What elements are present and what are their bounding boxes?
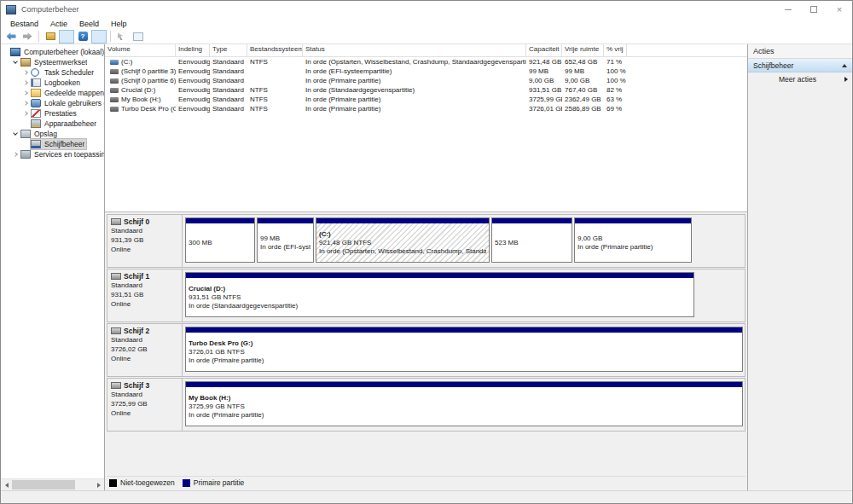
cell-type: Standaard xyxy=(210,85,247,95)
forward-button[interactable] xyxy=(20,30,35,43)
volume-row-crucial-d[interactable]: Crucial (D:)EenvoudigStandaardNTFSIn ord… xyxy=(105,85,747,95)
partition-turbo-desk-pro-g[interactable]: Turbo Desk Pro (G:)3726,01 GB NTFSIn ord… xyxy=(185,327,743,372)
scroll-left-icon[interactable] xyxy=(1,479,12,490)
collapse-chevron-icon[interactable] xyxy=(13,59,18,64)
disk-size: 931,51 GB xyxy=(111,290,180,299)
column-header-type[interactable]: Type xyxy=(210,44,247,57)
expand-chevron-icon[interactable] xyxy=(13,152,18,157)
sidebar-horizontal-scrollbar[interactable] xyxy=(1,478,104,490)
partition-523-mb[interactable]: 523 MB xyxy=(491,217,572,263)
sidebar-item-systeemwerkset[interactable]: Systeemwerkset xyxy=(1,57,104,67)
sidebar-item-task-scheduler[interactable]: Task Scheduler xyxy=(1,67,104,78)
cell-type: Standaard xyxy=(210,104,247,113)
scrollbar-thumb[interactable] xyxy=(12,480,75,490)
expand-chevron-icon[interactable] xyxy=(23,101,28,106)
column-header-indeling[interactable]: Indeling xyxy=(176,44,210,57)
expand-chevron-icon[interactable] xyxy=(23,111,28,116)
cell-vrij: 71 % xyxy=(604,57,627,67)
volume-row-schijf-0-partitie-3[interactable]: (Schijf 0 partitie 3)EenvoudigStandaardI… xyxy=(105,67,747,76)
menu-beeld[interactable]: Beeld xyxy=(73,20,105,28)
expand-chevron-icon[interactable] xyxy=(23,90,28,96)
disk-header-schijf-3[interactable]: Schijf 3Standaard3725,99 GBOnline xyxy=(107,379,183,431)
sidebar-item-schijfbeheer[interactable]: Schijfbeheer xyxy=(1,139,104,149)
cell-bestandssysteem xyxy=(247,76,303,85)
collapse-icon[interactable] xyxy=(842,64,847,67)
cell-bestandssysteem: NTFS xyxy=(247,57,303,67)
cell-indeling: Eenvoudig xyxy=(176,76,210,85)
expand-chevron-icon[interactable] xyxy=(23,70,28,75)
partition-300-mb[interactable]: 300 MB xyxy=(185,217,255,263)
main-content: Computerbeheer (lokaal)SysteemwerksetTas… xyxy=(1,44,852,490)
menu-bestand[interactable]: Bestand xyxy=(4,20,44,28)
sidebar-item-lokale-gebruikers-en-groepen[interactable]: Lokale gebruikers en groepen xyxy=(1,98,104,108)
disk-size: 3726,02 GB xyxy=(111,345,180,354)
column-header-bestandssysteem[interactable]: Bestandssysteem xyxy=(247,44,303,57)
partition-my-book-h[interactable]: My Book (H:)3725,99 GB NTFSIn orde (Prim… xyxy=(185,381,743,426)
sidebar-item-gedeelde-mappen[interactable]: Gedeelde mappen xyxy=(1,88,104,98)
volume-icon xyxy=(110,97,119,102)
column-header-status[interactable]: Status xyxy=(303,44,526,57)
column-header-vrij[interactable]: % vrij xyxy=(604,44,627,57)
actions-group-schijfbeheer[interactable]: Schijfbeheer xyxy=(748,59,852,72)
disk-row-schijf-1: Schijf 1Standaard931,51 GBOnlineCrucial … xyxy=(107,269,746,322)
properties-button[interactable] xyxy=(131,30,146,43)
cell-vrij: 63 % xyxy=(604,95,627,104)
volume-icon xyxy=(110,107,119,112)
partition-crucial-d[interactable]: Crucial (D:)931,51 GB NTFSIn orde (Stand… xyxy=(185,272,694,317)
column-header-capaciteit[interactable]: Capaciteit xyxy=(526,44,562,57)
disk-row-schijf-2: Schijf 2Standaard3726,02 GBOnlineTurbo D… xyxy=(107,323,746,377)
context-help-button[interactable] xyxy=(114,30,130,43)
volume-row-c[interactable]: (C:)EenvoudigStandaardNTFSIn orde (Opsta… xyxy=(105,57,747,67)
sidebar-item-computerbeheer-lokaal[interactable]: Computerbeheer (lokaal) xyxy=(1,47,104,57)
sidebar-item-label: Opslag xyxy=(34,130,57,138)
sidebar-item-logboeken[interactable]: Logboeken xyxy=(1,78,104,88)
meer-acties-label: Meer acties xyxy=(779,75,816,84)
sidebar-item-opslag[interactable]: Opslag xyxy=(1,129,104,139)
sidebar-item-apparaatbeheer[interactable]: Apparaatbeheer xyxy=(1,119,104,129)
meer-acties-item[interactable]: Meer acties xyxy=(748,72,852,86)
partition-99-mb[interactable]: 99 MBIn orde (EFI-systeempartitie) xyxy=(257,217,314,263)
column-header-volume[interactable]: Volume xyxy=(105,44,176,57)
collapse-chevron-icon[interactable] xyxy=(13,130,18,136)
disk-header-schijf-0[interactable]: Schijf 0Standaard931,39 GBOnline xyxy=(107,215,183,267)
volume-row-schijf-0-partitie-6[interactable]: (Schijf 0 partitie 6)EenvoudigStandaardI… xyxy=(105,76,747,85)
partition-9-00-gb[interactable]: 9,00 GBIn orde (Primaire partitie) xyxy=(574,217,692,263)
back-button[interactable] xyxy=(3,30,19,43)
legend-swatch xyxy=(183,479,190,487)
sidebar-item-label: Apparaatbeheer xyxy=(44,119,96,128)
expand-chevron-icon[interactable] xyxy=(23,80,28,85)
disk-name-label: Schijf 1 xyxy=(124,272,149,281)
cell-vrij: 69 % xyxy=(604,104,627,113)
export-button[interactable] xyxy=(43,30,58,43)
volume-row-turbo-desk-pro-g[interactable]: Turbo Desk Pro (G:)EenvoudigStandaardNTF… xyxy=(105,104,747,113)
scroll-right-icon[interactable] xyxy=(93,479,104,490)
disk-row-schijf-3: Schijf 3Standaard3725,99 GBOnlineMy Book… xyxy=(107,378,746,432)
help-button[interactable] xyxy=(75,30,90,43)
disk-header-schijf-2[interactable]: Schijf 2Standaard3726,02 GBOnline xyxy=(107,324,183,376)
column-header-vrije-ruimte[interactable]: Vrije ruimte xyxy=(562,44,604,57)
menu-help[interactable]: Help xyxy=(105,20,133,28)
volume-row-my-book-h[interactable]: My Book (H:)EenvoudigStandaardNTFSIn ord… xyxy=(105,95,747,104)
partition-line: In orde (Primaire partitie) xyxy=(577,243,688,252)
volume-name: Turbo Desk Pro (G:) xyxy=(121,104,176,113)
cell-vrije-ruimte: 2362,49 GB xyxy=(562,95,604,104)
sidebar-item-services-en-toepassingen[interactable]: Services en toepassingen xyxy=(1,149,104,159)
clock-icon xyxy=(31,68,39,77)
volume-name: (Schijf 0 partitie 3) xyxy=(121,67,176,76)
close-button[interactable]: × xyxy=(827,2,852,18)
partition-c[interactable]: (C:)921,48 GB NTFSIn orde (Opstarten, Wi… xyxy=(316,217,490,263)
disk-header-schijf-1[interactable]: Schijf 1Standaard931,51 GBOnline xyxy=(107,269,183,322)
minimize-button[interactable] xyxy=(775,2,801,18)
disk-state: Online xyxy=(111,245,180,254)
legend-label: Niet-toegewezen xyxy=(120,478,175,487)
sidebar-item-prestaties[interactable]: Prestaties xyxy=(1,108,104,119)
cell-indeling: Eenvoudig xyxy=(176,67,210,76)
partition-title: Crucial (D:) xyxy=(189,285,691,293)
cell-capaciteit: 921,48 GB xyxy=(526,57,562,67)
console-tree-button[interactable] xyxy=(59,30,74,43)
disk-type: Standaard xyxy=(111,226,180,235)
cell-vrije-ruimte: 9,00 GB xyxy=(562,76,604,85)
maximize-button[interactable] xyxy=(801,2,827,18)
menu-actie[interactable]: Actie xyxy=(44,20,73,28)
actions-pane-button[interactable] xyxy=(91,30,107,43)
